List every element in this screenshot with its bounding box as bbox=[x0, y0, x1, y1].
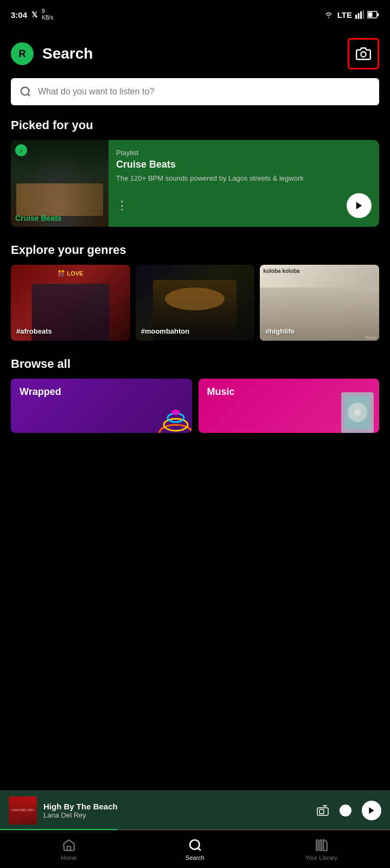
camera-icon bbox=[356, 46, 371, 61]
picked-description: The 120+ BPM sounds powered by Lagos str… bbox=[116, 174, 372, 183]
browse-section-title: Browse all bbox=[0, 357, 390, 379]
now-playing-bar[interactable]: LANA DEL REY High By The Beach Lana Del … bbox=[0, 790, 390, 830]
more-options-button[interactable]: ⋮ bbox=[116, 199, 129, 213]
bottom-nav: Home Search Your Library bbox=[0, 830, 390, 868]
picked-type: Playlist bbox=[116, 149, 372, 157]
picked-actions: ⋮ bbox=[116, 193, 372, 218]
x-app-icon: 𝕏 bbox=[31, 10, 37, 19]
svg-rect-6 bbox=[368, 12, 373, 17]
genre-afrobeats[interactable]: 🎊 LOVE #afrobeats bbox=[11, 265, 130, 341]
play-icon bbox=[354, 201, 364, 210]
genre-label-moombahton: #moombahton bbox=[141, 327, 190, 335]
search-nav-icon bbox=[188, 838, 202, 852]
wrapped-visual-icon bbox=[154, 395, 192, 433]
svg-rect-29 bbox=[319, 840, 321, 851]
user-avatar[interactable]: R bbox=[11, 42, 34, 65]
music-visual-icon bbox=[338, 390, 376, 433]
svg-rect-3 bbox=[363, 10, 365, 19]
svg-marker-9 bbox=[356, 202, 362, 209]
svg-rect-26 bbox=[67, 846, 71, 851]
svg-point-7 bbox=[361, 52, 366, 57]
genre-moombahton[interactable]: #moombahton bbox=[136, 265, 255, 341]
now-playing-thumbnail: LANA DEL REY bbox=[9, 796, 37, 825]
search-bar-container bbox=[0, 78, 390, 118]
signal-icon bbox=[355, 10, 364, 19]
picked-thumbnail: ♪ Cruise Beats bbox=[11, 140, 108, 227]
svg-rect-2 bbox=[360, 11, 362, 19]
wrapped-label: Wrapped bbox=[20, 386, 61, 398]
connect-button[interactable] bbox=[316, 804, 329, 817]
svg-rect-5 bbox=[378, 13, 379, 16]
add-to-library-button[interactable] bbox=[339, 804, 352, 817]
status-left: 3:04 𝕏 9KB/s bbox=[11, 8, 53, 21]
nav-search-label: Search bbox=[186, 854, 204, 861]
page-header: R Search bbox=[0, 27, 390, 78]
picked-info: Playlist Cruise Beats The 120+ BPM sound… bbox=[108, 140, 379, 227]
genre-label-highlife: #highlife bbox=[265, 327, 294, 335]
svg-rect-1 bbox=[358, 13, 360, 19]
home-icon bbox=[62, 838, 76, 852]
browse-music[interactable]: Music bbox=[199, 379, 380, 433]
search-bar[interactable] bbox=[11, 78, 379, 105]
genre-grid: 🎊 LOVE #afrobeats #moombahton koloba kol… bbox=[0, 265, 390, 357]
browse-wrapped[interactable]: Wrapped bbox=[11, 379, 192, 433]
now-playing-controls bbox=[316, 801, 381, 820]
status-right: LTE bbox=[323, 10, 379, 20]
now-playing-title: High By The Beach bbox=[43, 802, 310, 811]
time-display: 3:04 bbox=[11, 10, 27, 20]
now-playing-play-button[interactable] bbox=[362, 801, 381, 820]
genre-highlife[interactable]: koloba koloba #highlife TikTok bbox=[260, 265, 379, 341]
add-icon bbox=[339, 804, 352, 817]
nav-home-label: Home bbox=[61, 854, 76, 861]
nav-home[interactable]: Home bbox=[5, 834, 132, 865]
genres-section-title: Explore your genres bbox=[0, 243, 390, 265]
lte-indicator: LTE bbox=[337, 10, 352, 20]
play-button[interactable] bbox=[347, 193, 372, 218]
nav-library[interactable]: Your Library bbox=[258, 834, 385, 865]
spotify-logo: ♪ bbox=[15, 144, 27, 156]
now-playing-info: High By The Beach Lana Del Rey bbox=[43, 802, 310, 819]
svg-point-17 bbox=[354, 409, 361, 416]
header-left: R Search bbox=[11, 42, 93, 65]
library-icon bbox=[315, 838, 329, 852]
svg-point-8 bbox=[21, 87, 29, 95]
svg-rect-28 bbox=[316, 840, 318, 851]
status-bar: 3:04 𝕏 9KB/s LTE bbox=[0, 0, 390, 27]
search-bar-icon bbox=[20, 86, 31, 98]
nav-library-label: Your Library bbox=[305, 854, 337, 861]
camera-button[interactable] bbox=[348, 38, 379, 69]
picked-name: Cruise Beats bbox=[116, 159, 372, 170]
svg-rect-18 bbox=[317, 808, 328, 815]
svg-point-13 bbox=[171, 410, 180, 415]
svg-point-27 bbox=[190, 840, 199, 849]
now-playing-artist: Lana Del Rey bbox=[43, 811, 310, 819]
page-title: Search bbox=[42, 45, 93, 62]
search-input[interactable] bbox=[38, 87, 370, 97]
thumb-label: Cruise Beats bbox=[15, 214, 62, 222]
network-speed: 9KB/s bbox=[42, 8, 53, 21]
battery-icon bbox=[367, 11, 379, 18]
browse-grid: Wrapped Music bbox=[0, 379, 390, 444]
picked-section-title: Picked for you bbox=[0, 118, 390, 140]
genre-label-afrobeats: #afrobeats bbox=[16, 327, 52, 335]
nav-search[interactable]: Search bbox=[132, 834, 258, 865]
connect-icon bbox=[316, 804, 329, 817]
svg-rect-0 bbox=[355, 15, 357, 19]
svg-marker-25 bbox=[369, 807, 374, 814]
music-label: Music bbox=[207, 386, 235, 398]
spacer bbox=[0, 444, 390, 531]
now-playing-play-icon bbox=[367, 806, 376, 815]
svg-rect-19 bbox=[319, 809, 324, 814]
picked-card[interactable]: ♪ Cruise Beats Playlist Cruise Beats The… bbox=[11, 140, 379, 227]
wifi-icon bbox=[323, 10, 334, 19]
